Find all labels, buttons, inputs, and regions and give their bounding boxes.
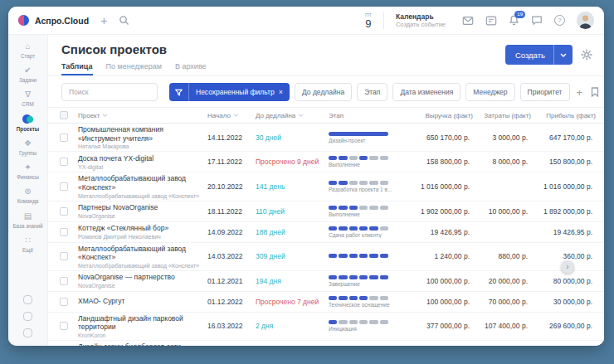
table-row[interactable]: Дизайн серии биллбордов сети закусочных … (48, 341, 604, 346)
project-name-link[interactable]: Дизайн серии биллбордов сети закусочных … (78, 342, 207, 346)
calendar-widget[interactable]: Календарь Создать событие (396, 12, 446, 29)
project-start-date: 20.10.2022 (207, 182, 256, 191)
row-checkbox[interactable] (60, 228, 68, 236)
sidebar-extra-icon-1[interactable] (23, 295, 32, 304)
stage-progress-bar (329, 226, 388, 231)
create-button[interactable]: Создать (505, 45, 573, 65)
sidebar-item-start[interactable]: ⌂Старт (12, 38, 43, 62)
search-input[interactable] (61, 83, 158, 101)
project-profit: 150 800,00 р. (531, 158, 596, 166)
sidebar-item-more[interactable]: ∷Ещё (12, 232, 43, 256)
project-name-link[interactable]: Металлообрабатывающий завод «Конспект» (78, 245, 207, 262)
sidebar-item-groups[interactable]: ❖Группы (12, 135, 43, 159)
column-header-deadline[interactable]: До дедлайна (256, 112, 329, 119)
row-checkbox[interactable] (60, 298, 68, 306)
table-row[interactable]: NovaOrganise — партнерство NovaOrganise … (48, 271, 604, 292)
calendar-title: Календарь (396, 12, 446, 22)
project-name-link[interactable]: Ландшафтный дизайн парковой территории (78, 314, 207, 332)
row-checkbox[interactable] (60, 182, 68, 191)
table-row[interactable]: Промышленная компания «Инструмент учител… (48, 124, 604, 152)
filter-button[interactable]: Менеджер (465, 83, 514, 101)
project-name-link[interactable]: Доска почета YX-digital (78, 154, 207, 163)
select-all-checkbox[interactable] (60, 111, 68, 119)
tab-by-manager[interactable]: По менеджерам (106, 62, 162, 75)
notifications-bell-icon[interactable]: 19 (509, 15, 519, 26)
chat-icon[interactable] (531, 15, 543, 26)
stage-progress-bar (329, 156, 388, 160)
project-profit: 19 426,95 р. (531, 228, 596, 236)
row-checkbox[interactable] (60, 133, 68, 142)
sidebar-item-label: Ещё (22, 247, 33, 253)
project-client: Наталья Макарова (78, 143, 207, 149)
quick-add-button[interactable]: + (100, 15, 107, 27)
column-header-start[interactable]: Начало (207, 112, 256, 119)
table-row[interactable]: Ландшафтный дизайн парковой территории K… (48, 313, 604, 341)
calendar-date[interactable]: пт 9 (365, 12, 372, 29)
logo-icon (18, 14, 31, 27)
sidebar-item-label: Старт (21, 53, 35, 59)
projects-table: Проект Начало До дедлайна Этап Выручка (48, 107, 604, 346)
logo-text: Аспро.Cloud (35, 16, 89, 26)
filter-button[interactable]: До дедлайна (295, 83, 352, 101)
filter-button[interactable]: Дата изменения (392, 83, 460, 101)
app-logo[interactable]: Аспро.Cloud (18, 14, 89, 27)
sidebar-item-projects[interactable]: Проекты (12, 111, 43, 135)
column-header-costs[interactable]: Затраты (факт) (473, 112, 531, 119)
sidebar-extra-icon-2[interactable] (23, 312, 32, 321)
filter-chip-close-icon[interactable]: × (279, 88, 290, 96)
stage-progress-bar (329, 132, 388, 136)
tab-table[interactable]: Таблица (61, 62, 93, 75)
help-icon[interactable]: ? (554, 15, 565, 26)
table-row[interactable]: ХМАО- Сургут 01.12.2022 Просрочено 7 дне… (48, 292, 604, 313)
table-row[interactable]: Металлообрабатывающий завод «Конспект» М… (48, 172, 604, 201)
stage-progress-bar (329, 206, 388, 210)
tab-archive[interactable]: В архиве (175, 62, 207, 75)
sidebar-item-crm[interactable]: ∇CRM (12, 86, 43, 110)
mail-icon[interactable] (462, 16, 474, 26)
add-filter-icon[interactable]: + (575, 86, 585, 99)
table-row[interactable]: Металлообрабатывающий завод «Конспект» М… (48, 243, 604, 271)
bookmark-icon[interactable] (589, 87, 601, 97)
home-icon: ⌂ (25, 41, 30, 51)
project-start-date: 17.11.2022 (207, 158, 256, 166)
filter-button[interactable]: Приоритет (520, 83, 570, 101)
row-checkbox[interactable] (60, 158, 68, 166)
project-start-date: 14.03.2022 (207, 252, 256, 260)
row-checkbox[interactable] (60, 207, 68, 216)
page-settings-gear-icon[interactable] (581, 49, 592, 61)
active-filter-chip[interactable]: Несохраненный фильтр × (169, 83, 290, 101)
project-name-link[interactable]: Промышленная компания «Инструмент учител… (78, 125, 207, 143)
sidebar-item-finance[interactable]: ✦Финансы (12, 159, 43, 183)
table-row[interactable]: Доска почета YX-digital YX-digital 17.11… (48, 152, 604, 172)
column-header-stage[interactable]: Этап (329, 112, 412, 119)
scroll-right-button[interactable]: › (561, 260, 574, 274)
project-name-link[interactable]: ХМАО- Сургут (78, 297, 207, 306)
column-header-profit[interactable]: Прибыль (факт) (531, 112, 596, 119)
project-name-link[interactable]: Партнеры NovaOrganise (78, 203, 207, 212)
project-costs: 107 400,00 р. (473, 322, 531, 330)
search-icon[interactable] (119, 15, 129, 26)
column-header-project[interactable]: Проект (78, 112, 207, 119)
project-name-link[interactable]: NovaOrganise — партнерство (78, 273, 207, 282)
user-avatar[interactable] (577, 12, 594, 29)
table-row[interactable]: Коттедж «Стеклянный бор» Романов Дмитрий… (48, 222, 604, 243)
row-checkbox[interactable] (60, 277, 68, 285)
sidebar-extra-icon-3[interactable] (23, 328, 32, 337)
project-revenue: 650 170,00 р. (412, 133, 473, 142)
project-profit: 30 000,00 р. (531, 298, 596, 306)
table-row[interactable]: Партнеры NovaOrganise NovaOrganise 18.11… (48, 201, 604, 222)
column-header-revenue[interactable]: Выручка (факт) (412, 112, 473, 119)
row-checkbox[interactable] (60, 322, 68, 330)
create-button-label: Создать (515, 51, 545, 60)
sidebar-item-team[interactable]: ⊚Команда (12, 183, 43, 207)
project-name-link[interactable]: Коттедж «Стеклянный бор» (78, 224, 207, 233)
sidebar-item-tasks[interactable]: ✔Задачи (12, 62, 43, 86)
notes-icon[interactable] (485, 16, 497, 26)
row-checkbox[interactable] (60, 252, 68, 260)
team-icon: ⊚ (24, 187, 31, 197)
stage-progress-bar (329, 296, 388, 300)
create-dropdown-caret-icon[interactable] (554, 53, 573, 57)
project-name-link[interactable]: Металлообрабатывающий завод «Конспект» (78, 174, 207, 192)
filter-button[interactable]: Этап (357, 83, 387, 101)
sidebar-item-knowledge[interactable]: ▤База знаний (12, 208, 43, 232)
